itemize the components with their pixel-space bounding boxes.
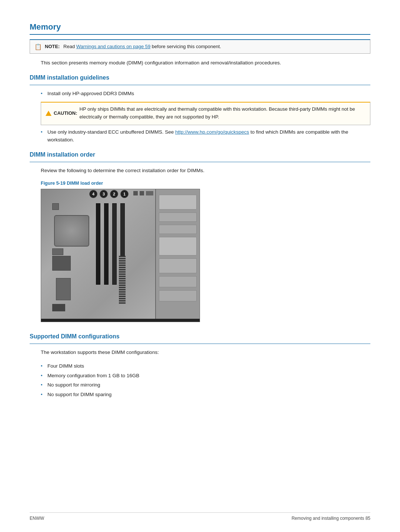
note-box: 📋 NOTE: Read Warnings and cautions on pa… xyxy=(30,39,370,54)
section-rule-2 xyxy=(30,162,370,162)
section-heading-dimm-order: DIMM installation order xyxy=(30,151,370,158)
dimm-order-body: Review the following to determine the co… xyxy=(41,167,370,175)
badge-1: 1 xyxy=(120,190,129,198)
section-heading-dimm-guidelines: DIMM installation guidelines xyxy=(30,74,370,81)
note-text-after: before servicing this component. xyxy=(152,44,221,49)
list-item: Use only industry-standard ECC unbuffere… xyxy=(41,128,370,144)
list-item: Four DIMM slots xyxy=(41,362,370,370)
io-connector-3 xyxy=(159,225,197,234)
io-connector-5 xyxy=(159,258,197,273)
section-heading-supported-dimm: Supported DIMM configurations xyxy=(30,333,370,340)
bottom-strip xyxy=(41,319,200,322)
caution-text: HP only ships DIMMs that are electricall… xyxy=(80,106,366,121)
board-chip-2 xyxy=(52,248,63,255)
dimm-slot-4 xyxy=(96,203,100,285)
note-text: NOTE: Read Warnings and cautions on page… xyxy=(45,43,221,50)
quickspecs-link[interactable]: http://www.hp.com/go/quickspecs xyxy=(175,129,249,135)
list-item: Memory configuration from 1 GB to 16GB xyxy=(41,372,370,380)
note-icon: 📋 xyxy=(34,43,42,50)
list-item: Install only HP-approved DDR3 DIMMs xyxy=(41,90,370,98)
supported-dimm-body: The workstation supports these DIMM conf… xyxy=(41,348,370,357)
board-chip-4 xyxy=(56,278,71,300)
note-link[interactable]: Warnings and cautions on page 59 xyxy=(76,44,150,49)
title-divider xyxy=(30,34,370,35)
caution-box: CAUTION: HP only ships DIMMs that are el… xyxy=(41,102,370,125)
dimm-number-badges: 4 3 2 1 xyxy=(89,190,129,198)
io-connector-4 xyxy=(159,237,197,255)
figure-caption: Figure 5-19 DIMM load order xyxy=(41,181,370,186)
board-chip-3 xyxy=(52,256,71,271)
io-connector-1 xyxy=(159,195,197,210)
dimm-slot-3 xyxy=(104,203,109,285)
caution-header: CAUTION: HP only ships DIMMs that are el… xyxy=(46,106,366,121)
footer-left: ENWW xyxy=(30,516,44,521)
io-connector-2 xyxy=(159,213,197,222)
supported-dimm-bullets: Four DIMM slots Memory configuration fro… xyxy=(41,362,370,398)
page-footer: ENWW Removing and installing components … xyxy=(30,512,370,521)
motherboard-image: 4 3 2 1 xyxy=(41,189,200,322)
io-connector-7 xyxy=(159,290,197,301)
board-chip-1 xyxy=(52,203,59,210)
caution-triangle-icon xyxy=(46,111,51,116)
badge-3: 3 xyxy=(100,190,108,198)
intro-text: This section presents memory module (DIM… xyxy=(41,59,370,67)
bullet-text-before-link: Use only industry-standard ECC unbuffere… xyxy=(47,129,175,135)
list-item: No support for mirroring xyxy=(41,381,370,389)
top-slots xyxy=(133,191,153,195)
note-label: NOTE: xyxy=(45,44,60,49)
section-rule-3 xyxy=(30,344,370,344)
board-chip-5 xyxy=(52,304,65,311)
caution-label: CAUTION: xyxy=(54,110,77,117)
list-item: No support for DIMM sparing xyxy=(41,391,370,399)
page-title: Memory xyxy=(30,22,370,32)
right-io-area xyxy=(155,189,200,322)
badge-2: 2 xyxy=(110,190,118,198)
connector-grid xyxy=(119,256,126,304)
footer-right: Removing and installing components 85 xyxy=(291,516,370,521)
cpu-socket xyxy=(54,215,89,247)
section-rule-1 xyxy=(30,85,370,85)
dimm-slot-2 xyxy=(112,203,117,285)
io-connector-6 xyxy=(159,276,197,287)
badge-4: 4 xyxy=(89,190,97,198)
dimm-guidelines-bullets-after: Use only industry-standard ECC unbuffere… xyxy=(41,128,370,144)
dimm-guidelines-bullets: Install only HP-approved DDR3 DIMMs xyxy=(41,90,370,98)
